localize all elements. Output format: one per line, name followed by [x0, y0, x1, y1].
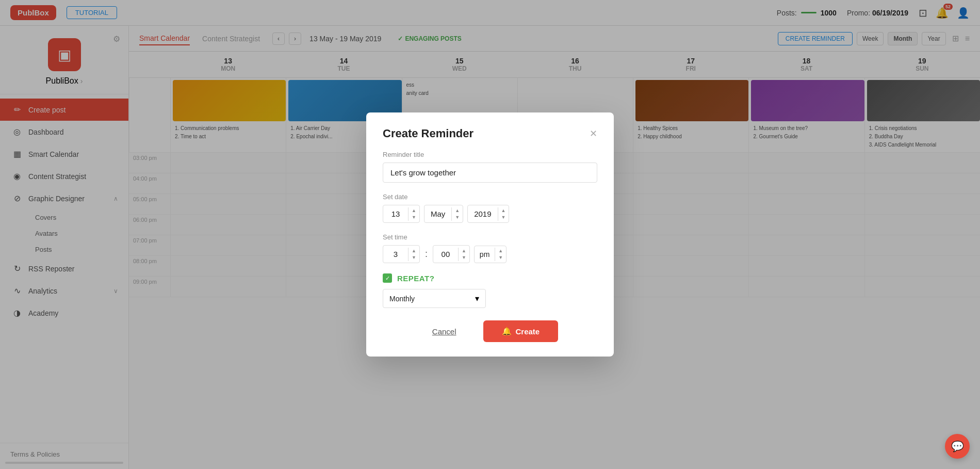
create-label: Create [516, 327, 540, 336]
date-row: 13 ▲ ▼ May ▲ ▼ [383, 205, 597, 223]
repeat-dropdown[interactable]: Monthly ▾ [383, 289, 486, 308]
repeat-section: ✓ REPEAT? Monthly ▾ [383, 273, 597, 308]
dropdown-chevron-icon: ▾ [475, 294, 479, 303]
day-up-button[interactable]: ▲ [409, 207, 419, 214]
ampm-down-button[interactable]: ▼ [495, 254, 506, 261]
reminder-title-input[interactable] [383, 163, 597, 183]
modal-footer: Cancel 🔔 Create [366, 308, 614, 357]
chat-bubble-button[interactable]: 💬 [945, 434, 970, 459]
hour-spinner[interactable]: 3 ▲ ▼ [383, 245, 420, 263]
day-spinner[interactable]: 13 ▲ ▼ [383, 205, 420, 223]
month-spinner[interactable]: May ▲ ▼ [424, 205, 463, 223]
hour-value: 3 [383, 246, 408, 263]
month-spinner-buttons: ▲ ▼ [451, 207, 463, 221]
hour-up-button[interactable]: ▲ [409, 248, 419, 254]
year-spinner-buttons: ▲ ▼ [498, 207, 509, 221]
modal-header: Create Reminder ✕ [366, 112, 614, 151]
title-label: Reminder title [383, 151, 597, 158]
date-section: Set date 13 ▲ ▼ May ▲ [383, 193, 597, 223]
repeat-value: Monthly [389, 295, 415, 303]
year-spinner[interactable]: 2019 ▲ ▼ [467, 205, 509, 223]
hour-spinner-buttons: ▲ ▼ [408, 248, 419, 261]
bell-icon: 🔔 [502, 327, 512, 336]
modal-title: Create Reminder [383, 127, 473, 140]
year-up-button[interactable]: ▲ [498, 207, 509, 214]
modal-body: Reminder title Set date 13 ▲ ▼ May [366, 151, 614, 308]
day-value: 13 [383, 205, 408, 222]
time-row: 3 ▲ ▼ : 00 ▲ ▼ [383, 245, 597, 263]
minute-spinner[interactable]: 00 ▲ ▼ [433, 245, 470, 263]
chat-icon: 💬 [951, 440, 964, 452]
date-label: Set date [383, 193, 597, 201]
repeat-label: REPEAT? [397, 274, 434, 283]
day-down-button[interactable]: ▼ [409, 214, 419, 221]
year-down-button[interactable]: ▼ [498, 214, 509, 221]
time-label: Set time [383, 233, 597, 241]
ampm-value: pm [475, 246, 495, 263]
month-down-button[interactable]: ▼ [452, 214, 463, 221]
time-colon: : [424, 249, 429, 260]
ampm-up-button[interactable]: ▲ [495, 248, 506, 254]
repeat-row: ✓ REPEAT? [383, 273, 597, 283]
modal-overlay[interactable]: Create Reminder ✕ Reminder title Set dat… [0, 0, 980, 469]
minute-up-button[interactable]: ▲ [459, 248, 469, 254]
minute-spinner-buttons: ▲ ▼ [458, 248, 469, 261]
hour-down-button[interactable]: ▼ [409, 254, 419, 261]
minute-down-button[interactable]: ▼ [459, 254, 469, 261]
create-reminder-modal: Create Reminder ✕ Reminder title Set dat… [366, 112, 614, 357]
minute-value: 00 [433, 246, 458, 263]
day-spinner-buttons: ▲ ▼ [408, 207, 419, 221]
ampm-buttons: ▲ ▼ [495, 248, 506, 261]
year-value: 2019 [468, 205, 497, 222]
month-value: May [424, 205, 451, 222]
create-button[interactable]: 🔔 Create [483, 320, 559, 342]
ampm-selector[interactable]: pm ▲ ▼ [474, 246, 507, 263]
month-up-button[interactable]: ▲ [452, 207, 463, 214]
modal-close-button[interactable]: ✕ [590, 128, 597, 139]
cancel-button[interactable]: Cancel [422, 322, 467, 341]
repeat-checkbox[interactable]: ✓ [383, 273, 392, 283]
time-section: Set time 3 ▲ ▼ : 00 ▲ [383, 233, 597, 263]
